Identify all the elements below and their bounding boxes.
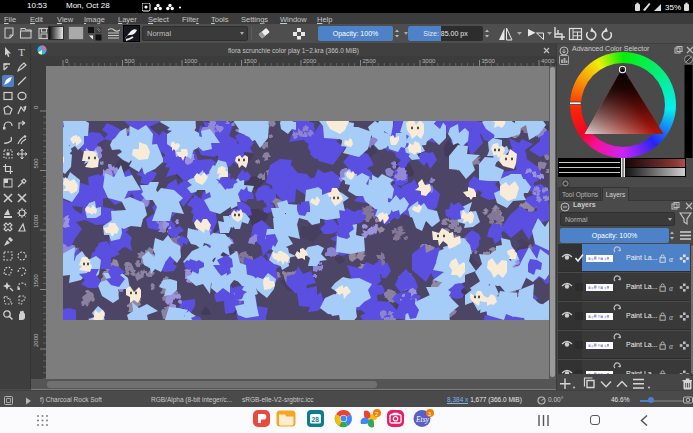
svg-text:28: 28 — [312, 416, 320, 423]
svg-text:3000: 3000 — [422, 58, 436, 64]
svg-text:1000: 1000 — [33, 214, 39, 228]
svg-text:4000: 4000 — [541, 58, 555, 64]
svg-text:T: T — [18, 46, 25, 58]
svg-text:2000: 2000 — [303, 58, 317, 64]
svg-text:3500: 3500 — [482, 58, 496, 64]
svg-text:1000: 1000 — [184, 58, 198, 64]
svg-text:1500: 1500 — [244, 58, 258, 64]
svg-text:α: α — [669, 313, 674, 322]
svg-text:2500: 2500 — [363, 58, 377, 64]
svg-text:500: 500 — [125, 58, 136, 64]
svg-text:α: α — [669, 342, 674, 351]
svg-text:500: 500 — [33, 158, 39, 169]
svg-text:3: 3 — [428, 411, 431, 417]
svg-text:2: 2 — [375, 411, 378, 417]
svg-text:35%: 35% — [665, 3, 681, 12]
svg-text:α: α — [669, 284, 674, 293]
svg-text:2000: 2000 — [33, 333, 39, 347]
svg-text:1500: 1500 — [33, 273, 39, 287]
svg-text:α: α — [669, 255, 674, 264]
